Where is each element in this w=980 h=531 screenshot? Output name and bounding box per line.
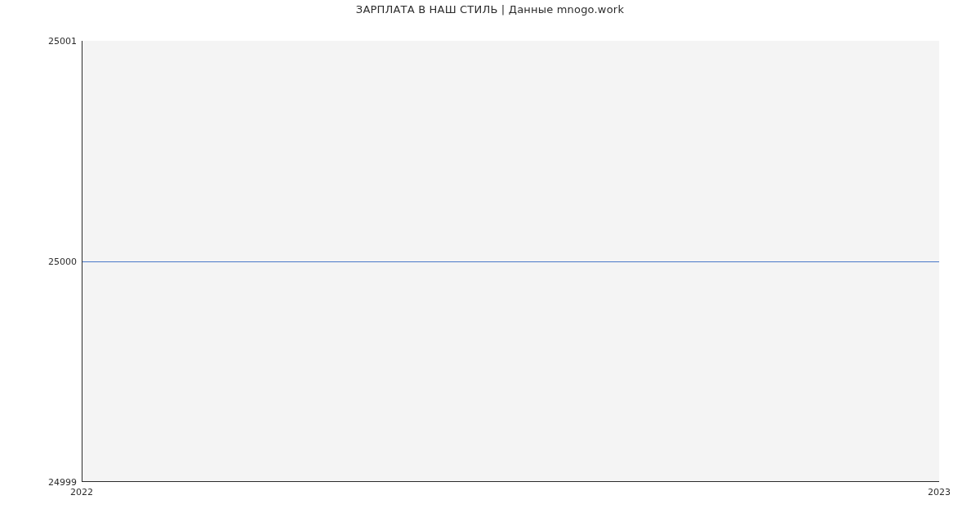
ytick-middle: 25000: [48, 257, 77, 267]
ytick-bottom: 24999: [48, 477, 77, 488]
xtick-right: 2023: [928, 487, 951, 498]
ytick-top: 25001: [48, 36, 77, 47]
salary-chart: ЗАРПЛАТА В НАШ СТИЛЬ | Данные mnogo.work…: [0, 0, 980, 531]
data-line: [82, 261, 939, 262]
chart-title: ЗАРПЛАТА В НАШ СТИЛЬ | Данные mnogo.work: [0, 3, 980, 16]
plot-area: [82, 41, 939, 482]
xtick-left: 2022: [70, 487, 93, 498]
